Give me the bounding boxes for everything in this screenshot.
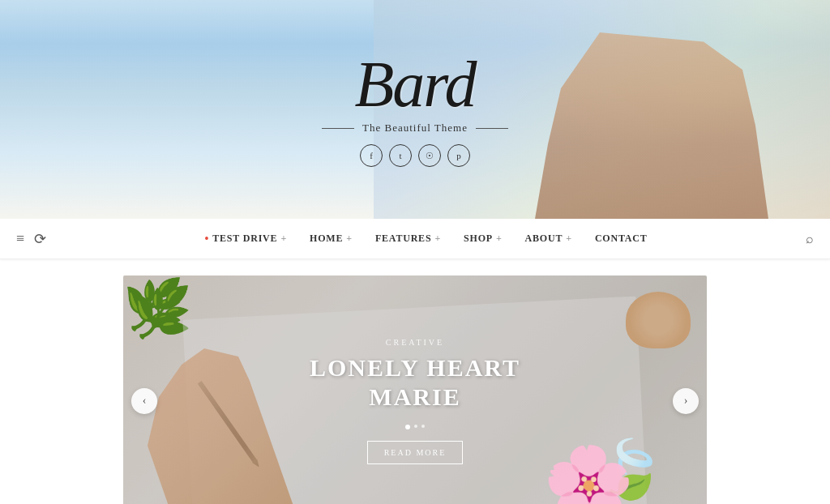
refresh-icon[interactable]: ⟳ xyxy=(34,230,46,248)
nav-plus-shop: + xyxy=(496,233,503,245)
search-icon[interactable]: ⌕ xyxy=(806,232,814,246)
slide-dots xyxy=(269,425,561,429)
nav-label-home: HOME xyxy=(310,233,343,245)
nav-item-test-drive[interactable]: • TEST DRIVE + xyxy=(194,233,298,245)
pinterest-icon[interactable]: p xyxy=(447,144,470,167)
tagline-text: The Beautiful Theme xyxy=(362,122,468,135)
hero-slider: 🌿 🌸 🍃 CREATIVE LONELY HEART MARIE READ M… xyxy=(123,275,707,504)
site-tagline: The Beautiful Theme xyxy=(322,122,508,135)
nav-label-test-drive: TEST DRIVE xyxy=(212,233,277,245)
instagram-icon[interactable]: ☉ xyxy=(418,144,441,167)
nav-label-about: ABOUT xyxy=(525,233,563,245)
site-title: Bard xyxy=(322,52,508,117)
slide-title: LONELY HEART MARIE xyxy=(269,353,561,412)
nav-plus-features: + xyxy=(434,233,441,245)
nav-item-contact[interactable]: CONTACT xyxy=(584,233,659,245)
nav-center-items: • TEST DRIVE + HOME + FEATURES + SHOP + … xyxy=(194,233,659,245)
tagline-line-left xyxy=(322,128,354,129)
navbar: ≡ ⟳ • TEST DRIVE + HOME + FEATURES + SHO… xyxy=(0,219,830,259)
nav-label-features: FEATURES xyxy=(375,233,432,245)
twitter-icon[interactable]: t xyxy=(389,144,412,167)
site-header: Bard The Beautiful Theme f t ☉ p xyxy=(0,0,830,219)
slider-content: CREATIVE LONELY HEART MARIE READ MORE xyxy=(269,338,561,464)
nav-plus-test-drive: + xyxy=(280,233,287,245)
nav-item-features[interactable]: FEATURES + xyxy=(364,233,452,245)
tagline-line-right xyxy=(476,128,508,129)
facebook-icon[interactable]: f xyxy=(360,144,383,167)
social-icons-group: f t ☉ p xyxy=(322,144,508,167)
nav-left-icons: ≡ ⟳ xyxy=(16,230,46,248)
header-center-content: Bard The Beautiful Theme f t ☉ p xyxy=(322,52,508,167)
slide-dot-1 xyxy=(405,425,410,429)
nav-plus-about: + xyxy=(566,233,572,245)
nav-item-home[interactable]: HOME + xyxy=(298,233,364,245)
nav-label-contact: CONTACT xyxy=(595,233,648,245)
nav-item-about[interactable]: ABOUT + xyxy=(514,233,584,245)
menu-icon[interactable]: ≡ xyxy=(16,230,24,247)
slide-dot-2 xyxy=(414,425,417,428)
nav-item-shop[interactable]: SHOP + xyxy=(452,233,514,245)
slide-category: CREATIVE xyxy=(269,338,561,347)
nav-label-shop: SHOP xyxy=(464,233,493,245)
read-more-button[interactable]: READ MORE xyxy=(367,441,464,464)
nav-dot-indicator: • xyxy=(205,233,210,245)
nav-right-icons: ⌕ xyxy=(806,232,814,246)
slider-next-button[interactable]: › xyxy=(673,388,699,414)
nav-plus-home: + xyxy=(346,233,353,245)
slide-dot-3 xyxy=(421,425,425,428)
slider-prev-button[interactable]: ‹ xyxy=(131,388,157,414)
